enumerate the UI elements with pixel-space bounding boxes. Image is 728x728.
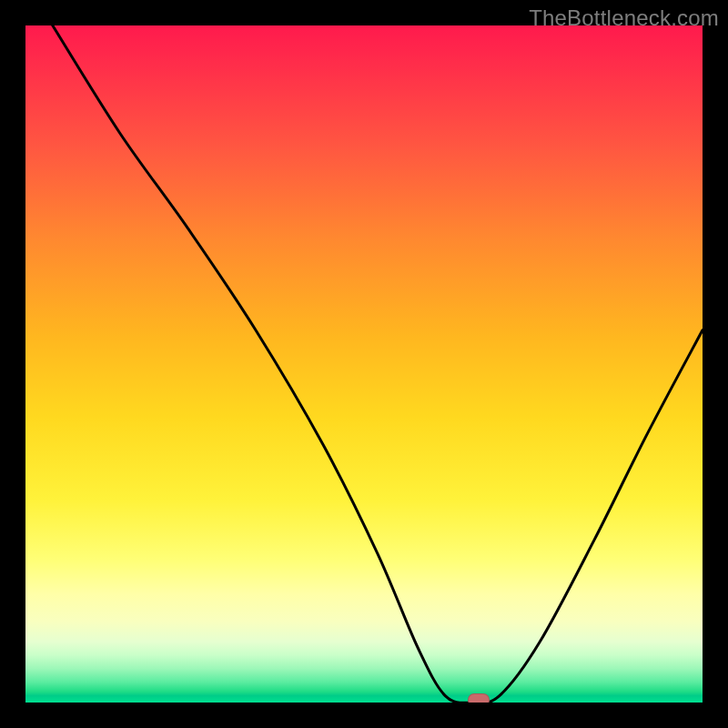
plot-area bbox=[25, 25, 703, 703]
bottleneck-curve bbox=[25, 25, 703, 703]
watermark-text: TheBottleneck.com bbox=[529, 5, 719, 31]
optimum-marker bbox=[468, 693, 490, 703]
chart-frame: TheBottleneck.com bbox=[0, 0, 728, 728]
